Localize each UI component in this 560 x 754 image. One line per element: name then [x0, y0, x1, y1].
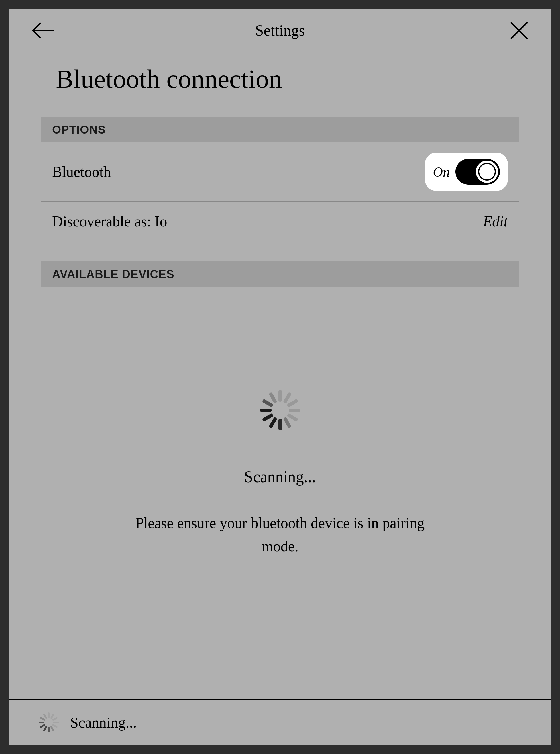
toggle-state-label: On: [433, 164, 450, 180]
scanning-area: Scanning... Please ensure your bluetooth…: [8, 287, 552, 699]
bluetooth-toggle[interactable]: [456, 159, 500, 185]
discoverable-row: Discoverable as: Io Edit: [41, 201, 519, 247]
spinner-icon: [260, 390, 300, 430]
footer-status-text: Scanning...: [70, 714, 137, 731]
available-devices-section-header: AVAILABLE DEVICES: [41, 262, 519, 287]
page-title: Bluetooth connection: [8, 52, 552, 117]
bluetooth-label: Bluetooth: [52, 163, 111, 180]
bluetooth-option-row: Bluetooth On: [41, 142, 519, 201]
options-section-header: OPTIONS: [41, 117, 519, 142]
back-arrow-icon: [32, 22, 55, 39]
scanning-message: Please ensure your bluetooth device is i…: [123, 512, 438, 558]
content-area: OPTIONS Bluetooth On Discoverable as: Io…: [8, 117, 552, 287]
scanning-title: Scanning...: [244, 468, 316, 486]
discoverable-label: Discoverable as: Io: [52, 213, 167, 230]
header-title: Settings: [57, 21, 503, 39]
footer-spinner-icon: [39, 712, 59, 733]
close-icon: [510, 21, 528, 40]
bluetooth-toggle-container: On: [425, 153, 508, 191]
footer-status-bar: Scanning...: [8, 699, 552, 746]
back-button[interactable]: [32, 22, 57, 39]
settings-screen: Settings Bluetooth connection OPTIONS Bl…: [8, 8, 552, 746]
header: Settings: [8, 8, 552, 52]
edit-button[interactable]: Edit: [483, 213, 508, 230]
toggle-knob: [476, 160, 498, 183]
close-button[interactable]: [503, 22, 528, 39]
